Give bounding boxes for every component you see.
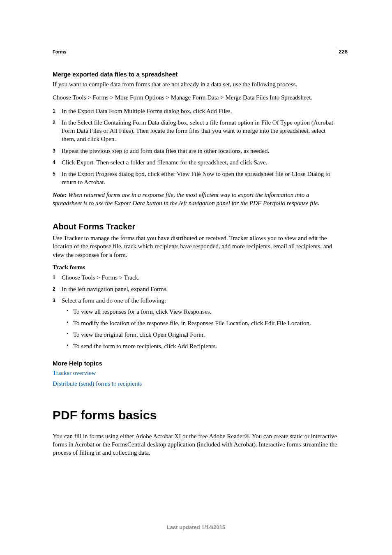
page-number: 228	[336, 49, 348, 56]
note: Note: When returned forms are in a respo…	[53, 191, 339, 208]
breadcrumb: Forms	[53, 49, 339, 54]
heading-merge: Merge exported data files to a spreadshe…	[53, 71, 339, 78]
list-item: Choose Tools > Forms > Track.	[53, 273, 339, 282]
body-text: Use Tracker to manage the forms that you…	[53, 234, 339, 259]
body-text: You can fill in forms using either Adobe…	[53, 432, 339, 457]
note-body: When returned forms are in a response fi…	[53, 192, 319, 206]
ordered-list: In the Export Data From Multiple Forms d…	[53, 107, 339, 187]
link-tracker-overview[interactable]: Tracker overview	[53, 368, 339, 378]
list-item: In the Export Progress dialog box, click…	[53, 170, 339, 187]
ordered-list: Choose Tools > Forms > Track. In the lef…	[53, 273, 339, 351]
page: 228 Forms Merge exported data files to a…	[0, 0, 392, 555]
body-text: If you want to compile data from forms t…	[53, 80, 339, 88]
heading-more-help: More Help topics	[53, 360, 339, 367]
note-label: Note:	[53, 192, 67, 198]
list-item: In the left navigation panel, expand For…	[53, 285, 339, 293]
list-item: To send the form to more recipients, cli…	[62, 342, 339, 350]
list-item: To view all responses for a form, click …	[62, 308, 339, 316]
list-item: Repeat the previous step to add form dat…	[53, 147, 339, 155]
list-item: In the Export Data From Multiple Forms d…	[53, 107, 339, 115]
list-item: To modify the location of the response f…	[62, 319, 339, 327]
list-item: Select a form and do one of the followin…	[53, 296, 339, 350]
list-item: Click Export. Then select a folder and f…	[53, 158, 339, 166]
list-item-text: Select a form and do one of the followin…	[62, 297, 166, 304]
subheading-track-forms: Track forms	[53, 264, 339, 271]
footer-last-updated: Last updated 1/14/2015	[0, 524, 392, 530]
list-item: In the Select file Containing Form Data …	[53, 118, 339, 143]
heading-pdf-forms-basics: PDF forms basics	[53, 408, 339, 422]
bullet-list: To view all responses for a form, click …	[62, 308, 339, 351]
body-text: Choose Tools > Forms > More Form Options…	[53, 93, 339, 102]
heading-tracker: About Forms Tracker	[53, 222, 339, 231]
link-distribute-forms[interactable]: Distribute (send) forms to recipients	[53, 379, 339, 388]
list-item: To view the original form, click Open Or…	[62, 331, 339, 339]
